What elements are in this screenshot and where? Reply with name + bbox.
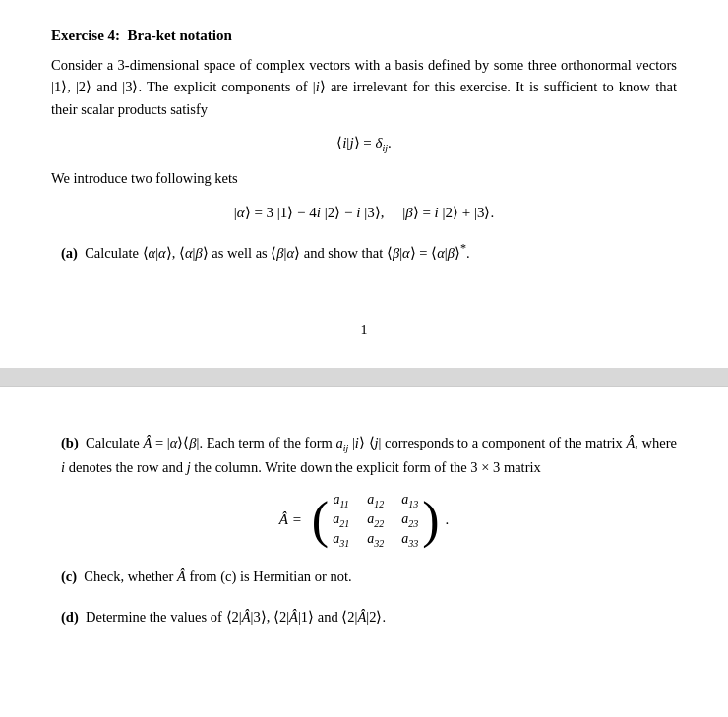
part-a-question: (a) Calculate ⟨α|α⟩, ⟨α|β⟩ as well as ⟨β… [51, 239, 677, 264]
matrix-cell-33: a33 [401, 531, 418, 549]
matrix-right-paren: ) [422, 495, 439, 546]
scalar-product-equation: ⟨i|j⟩ = δij. [51, 134, 677, 153]
page-bottom-section: (b) Calculate Â = |α⟩⟨β|. Each term of t… [0, 386, 728, 655]
page-divider [0, 368, 728, 386]
matrix-left-paren: ( [312, 495, 329, 546]
part-d-question: (d) Determine the values of ⟨2|Â|3⟩, ⟨2|… [51, 606, 677, 627]
matrix-grid: a11 a12 a13 a21 a22 a23 a31 a32 a33 [333, 492, 418, 548]
part-c-question: (c) Check, whether Â from (c) is Hermiti… [51, 566, 677, 587]
matrix-equation: Â = ( a11 a12 a13 a21 a22 a23 a31 a32 a3… [51, 492, 677, 548]
matrix-cell-12: a12 [367, 492, 384, 509]
page-number: 1 [51, 323, 677, 338]
matrix-cell-31: a31 [333, 531, 349, 549]
ket-equation: |α⟩ = 3 |1⟩ − 4i |2⟩ − i |3⟩, |β⟩ = i |2… [51, 204, 677, 221]
matrix-cell-21: a21 [333, 511, 349, 529]
matrix-cell-32: a32 [367, 531, 384, 549]
matrix-period: . [445, 511, 449, 528]
ket-intro-paragraph: We introduce two following kets [51, 167, 677, 189]
part-b-question: (b) Calculate Â = |α⟩⟨β|. Each term of t… [51, 432, 677, 478]
exercise-title: Exercise 4: Bra-ket notation [51, 28, 677, 44]
matrix-cell-22: a22 [367, 511, 384, 529]
matrix-cell-23: a23 [401, 511, 418, 529]
matrix-cell-13: a13 [401, 492, 418, 509]
matrix-cell-11: a11 [333, 492, 349, 509]
page-top-section: Exercise 4: Bra-ket notation Consider a … [0, 0, 728, 368]
matrix-label: Â = [279, 511, 302, 528]
intro-paragraph: Consider a 3-dimensional space of comple… [51, 54, 677, 120]
